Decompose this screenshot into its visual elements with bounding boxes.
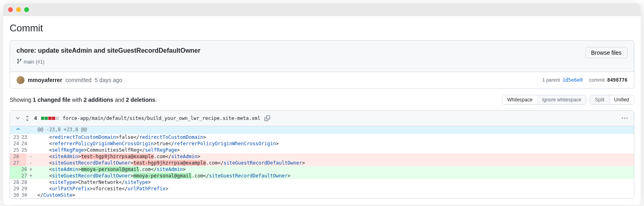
table-row: 27- <siteGuestRecordDefaultOwner>test-hg… <box>10 160 634 166</box>
table-row: 2525 <selfRegPage>CommunitiesSelfReg</se… <box>10 147 634 153</box>
code-line: <siteGuestRecordDefaultOwner>test-hgp9jh… <box>34 160 634 166</box>
new-email: mmoya-personal@gmail <box>81 167 139 172</box>
commit-header: chore: update siteAdmin and siteGuestRec… <box>10 40 634 72</box>
file-diff: 4 force-app/main/default/sites/build_you… <box>10 110 634 199</box>
branch-row: main (#1) <box>17 58 200 65</box>
file-header: 4 force-app/main/default/sites/build_you… <box>10 111 634 126</box>
app-window: Commit chore: update siteAdmin and siteG… <box>3 3 641 205</box>
stats-files: 1 changed file <box>33 97 70 103</box>
commit-action: committed <box>66 77 92 83</box>
titlebar <box>3 3 641 16</box>
stats-prefix: Showing <box>10 97 33 103</box>
branch-name[interactable]: main <box>24 59 34 65</box>
table-row: 26- <siteAdmin>test-hgp9jhzrrpsa@example… <box>10 153 634 160</box>
code-line: <siteGuestRecordDefaultOwner>mmoya-perso… <box>34 173 634 179</box>
diffstat-squares <box>41 117 59 120</box>
copy-icon[interactable] <box>264 115 270 121</box>
expand-up-icon[interactable] <box>10 126 26 134</box>
old-email: test-hgp9jhzrrpsa@example <box>133 160 206 166</box>
whitespace-show-button[interactable]: Whitespace <box>502 95 538 105</box>
sha-row: 1 parent 1d5e6e0 commit 8498776 <box>542 77 627 83</box>
chevron-down-icon[interactable] <box>15 115 21 121</box>
table-row: 3030</CustomSite> <box>10 192 634 198</box>
stats-and: and <box>114 97 126 103</box>
author-row: mmoyaferrer committed 5 days ago <box>17 76 122 84</box>
avatar[interactable] <box>17 76 25 84</box>
unfold-icon[interactable] <box>25 115 30 121</box>
code-line: <siteAdmin>mmoya-personal@gmail.com</sit… <box>34 166 634 173</box>
browse-files-button[interactable]: Browse files <box>585 47 627 58</box>
commit-time: 5 days ago <box>95 77 122 83</box>
code-line: <siteType>ChatterNetwork</siteType> <box>34 179 634 185</box>
whitespace-toggle: Whitespace Ignore whitespace <box>502 95 586 105</box>
diff-table: @@ -23,8 +23,8 @@ 2323 <redirectToCustom… <box>10 126 634 198</box>
table-row: 27+ <siteGuestRecordDefaultOwner>mmoya-p… <box>10 173 634 179</box>
square-add-icon <box>45 117 48 120</box>
stats-bar: Showing 1 changed file with 2 additions … <box>10 95 634 105</box>
branch-icon <box>17 58 22 65</box>
table-row: 26+ <siteAdmin>mmoya-personal@gmail.com<… <box>10 166 634 173</box>
stats-deletions: 2 deletions <box>126 97 155 103</box>
whitespace-ignore-button[interactable]: Ignore whitespace <box>537 95 586 104</box>
hunk-header: @@ -23,8 +23,8 @@ <box>10 126 634 134</box>
split-view-button[interactable]: Split <box>590 95 609 104</box>
square-add-icon <box>41 117 44 120</box>
unified-view-button[interactable]: Unified <box>609 95 634 105</box>
code-line: <referrerPolicyOriginWhenCrossOrigin>tru… <box>34 140 634 147</box>
commit-meta-bar: mmoyaferrer committed 5 days ago 1 paren… <box>10 72 634 89</box>
table-row: 2323 <redirectToCustomDomain>false</redi… <box>10 134 634 140</box>
maximize-window-icon[interactable] <box>24 7 29 12</box>
commit-title: chore: update siteAdmin and siteGuestRec… <box>17 47 200 54</box>
square-del-icon <box>52 117 55 120</box>
view-toggles: Whitespace Ignore whitespace Split Unifi… <box>502 95 634 105</box>
code-line: </CustomSite> <box>34 192 634 198</box>
stats-text: Showing 1 changed file with 2 additions … <box>10 97 157 103</box>
page-title: Commit <box>10 23 634 34</box>
close-window-icon[interactable] <box>8 7 13 12</box>
table-row: 2828 <siteType>ChatterNetwork</siteType> <box>10 179 634 185</box>
new-email: mmoya-personal@gmail <box>133 173 192 179</box>
code-line: <urlPathPrefix>vforcesite</urlPathPrefix… <box>34 185 634 192</box>
parent-sha[interactable]: 1d5e6e0 <box>562 77 583 83</box>
branch-meta[interactable]: (#1) <box>36 59 44 65</box>
stats-additions: 2 additions <box>84 97 114 103</box>
diff-view-toggle: Split Unified <box>590 95 634 105</box>
table-row: 2929 <urlPathPrefix>vforcesite</urlPathP… <box>10 185 634 192</box>
old-email: test-hgp9jhzrrpsa@example <box>81 154 154 159</box>
square-neutral-icon <box>56 117 59 120</box>
commit-sha: 8498776 <box>607 77 627 83</box>
hunk-text: @@ -23,8 +23,8 @@ <box>34 126 634 134</box>
commit-label: commit <box>589 77 605 83</box>
stats-with: with <box>70 97 84 103</box>
kebab-icon[interactable] <box>620 114 629 123</box>
file-path[interactable]: force-app/main/default/sites/build_your_… <box>63 115 260 121</box>
table-row: 2424 <referrerPolicyOriginWhenCrossOrigi… <box>10 140 634 147</box>
square-del-icon <box>48 117 52 120</box>
code-line: <selfRegPage>CommunitiesSelfReg</selfReg… <box>34 147 634 153</box>
change-count: 4 <box>34 115 37 121</box>
parent-label: 1 parent <box>542 77 560 83</box>
code-line: <redirectToCustomDomain>false</redirectT… <box>34 134 634 140</box>
author-link[interactable]: mmoyaferrer <box>28 77 62 83</box>
minimize-window-icon[interactable] <box>16 7 21 12</box>
code-line: <siteAdmin>test-hgp9jhzrrpsa@example.com… <box>34 153 634 160</box>
